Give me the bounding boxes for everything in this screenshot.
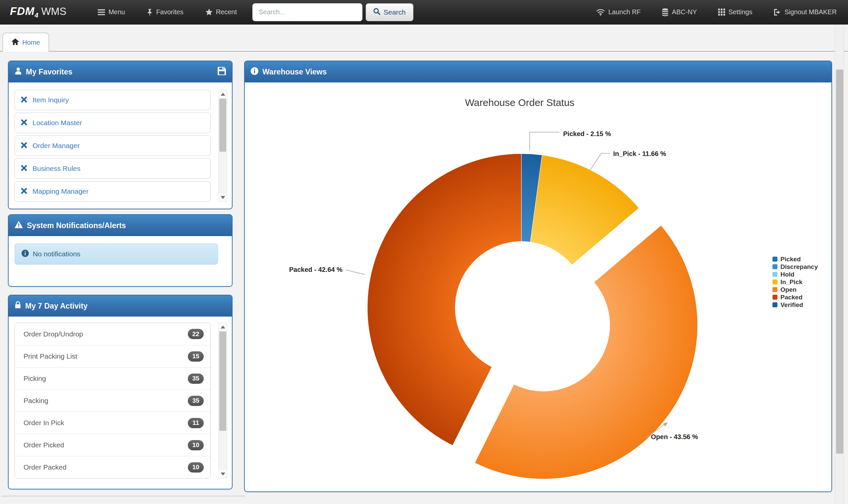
activity-panel: My 7 Day Activity Order Drop/Undrop22Pri… xyxy=(8,295,232,489)
activity-row: Packing35 xyxy=(15,390,210,412)
activity-row: Picking35 xyxy=(15,367,210,390)
legend-marker xyxy=(773,295,777,300)
menu-label: Menu xyxy=(108,8,125,16)
favorite-item[interactable]: Order Manager xyxy=(15,136,211,156)
activity-count-badge: 22 xyxy=(188,329,204,339)
signout-button[interactable]: Signout MBAKER xyxy=(774,8,837,16)
scroll-up-button[interactable] xyxy=(219,90,227,98)
search-input[interactable] xyxy=(252,3,363,21)
favorite-item[interactable]: Business Rules xyxy=(15,158,211,179)
scroll-up-button[interactable] xyxy=(219,323,227,331)
warehouse-label: ABC-NY xyxy=(672,8,697,16)
favorite-item-label: Business Rules xyxy=(33,165,81,173)
activity-count-badge: 11 xyxy=(188,418,204,428)
favorites-panel: My Favorites Item InquiryLocation Master… xyxy=(8,60,232,209)
chart-legend: PickedDiscrepancyHoldIn_PickOpenPackedVe… xyxy=(773,255,818,309)
legend-item-Verified[interactable]: Verified xyxy=(773,301,818,309)
slice-label-Open: Open - 43.56 % xyxy=(651,433,698,440)
favorite-item[interactable]: Item Inquiry xyxy=(15,90,211,110)
legend-marker xyxy=(773,257,777,262)
brand-logo[interactable]: FDM4 WMS xyxy=(10,5,66,19)
scrollbar-thumb[interactable] xyxy=(219,99,226,152)
remove-favorite-icon[interactable] xyxy=(21,142,27,150)
user-icon xyxy=(15,67,22,76)
save-icon[interactable] xyxy=(218,67,226,77)
favorites-button[interactable]: Favorites xyxy=(147,8,183,16)
activity-row-label: Order Packed xyxy=(23,463,67,471)
search-button[interactable]: Search xyxy=(366,3,413,21)
launch-rf-label: Launch RF xyxy=(608,8,641,16)
slice-label-Picked: Picked - 2.15 % xyxy=(563,130,611,138)
legend-item-Packed[interactable]: Packed xyxy=(773,293,818,301)
brand-fdm: FDM4 xyxy=(10,5,39,19)
legend-item-Open[interactable]: Open xyxy=(773,286,818,293)
page-scrollbar xyxy=(835,25,844,504)
legend-label: Discrepancy xyxy=(780,263,818,271)
warehouse-selector[interactable]: ABC-NY xyxy=(662,8,697,16)
database-icon xyxy=(662,8,669,16)
info-icon xyxy=(21,250,29,259)
slice-Packed[interactable] xyxy=(367,154,522,445)
favorites-label: Favorites xyxy=(156,8,183,16)
scroll-down-button[interactable] xyxy=(219,193,227,201)
legend-label: In_Pick xyxy=(780,278,802,286)
legend-item-Hold[interactable]: Hold xyxy=(773,271,818,278)
lock-icon xyxy=(15,301,21,311)
remove-favorite-icon[interactable] xyxy=(21,188,27,195)
activity-list: Order Drop/Undrop22Print Packing List15P… xyxy=(15,323,211,479)
home-icon xyxy=(12,38,19,47)
legend-item-Discrepancy[interactable]: Discrepancy xyxy=(773,263,818,271)
legend-marker xyxy=(773,264,777,269)
activity-count-badge: 15 xyxy=(188,352,204,362)
no-notifications-text: No notifications xyxy=(33,250,81,258)
no-notifications-alert: No notifications xyxy=(15,244,218,265)
notifications-panel-body: No notifications xyxy=(8,236,232,287)
slice-Open[interactable] xyxy=(475,226,697,479)
settings-label: Settings xyxy=(728,8,752,16)
remove-favorite-icon[interactable] xyxy=(21,96,27,104)
notifications-panel-header: System Notifications/Alerts xyxy=(8,215,232,236)
activity-panel-body: Order Drop/Undrop22Print Packing List15P… xyxy=(8,317,232,489)
scrollbar-thumb[interactable] xyxy=(219,331,226,431)
favorites-panel-body: Item InquiryLocation MasterOrder Manager… xyxy=(8,83,232,209)
favorite-item[interactable]: Mapping Manager xyxy=(15,181,211,202)
tab-home[interactable]: Home xyxy=(3,33,49,52)
scroll-up-icon xyxy=(220,93,225,96)
tab-home-label: Home xyxy=(22,39,40,47)
legend-marker xyxy=(773,272,777,277)
legend-item-Picked[interactable]: Picked xyxy=(773,255,818,263)
label-connector xyxy=(590,153,610,171)
scroll-down-button[interactable] xyxy=(219,470,227,478)
remove-favorite-icon[interactable] xyxy=(21,165,27,173)
favorite-item[interactable]: Location Master xyxy=(15,113,211,133)
settings-button[interactable]: Settings xyxy=(718,8,752,16)
activity-row: Order Packed10 xyxy=(15,456,210,478)
label-connector xyxy=(346,270,365,274)
top-navbar: FDM4 WMS Menu Favorites Recent xyxy=(0,0,848,24)
slice-In_Pick[interactable] xyxy=(530,155,639,265)
recent-button[interactable]: Recent xyxy=(205,8,237,16)
menu-icon xyxy=(98,9,105,15)
page-scrollbar-thumb[interactable] xyxy=(836,70,843,454)
activity-count-badge: 10 xyxy=(188,462,204,472)
legend-marker xyxy=(773,287,777,292)
menu-button[interactable]: Menu xyxy=(98,8,125,16)
legend-item-In_Pick[interactable]: In_Pick xyxy=(773,278,818,286)
legend-label: Picked xyxy=(780,255,801,263)
brand-wms: WMS xyxy=(41,6,67,18)
activity-panel-title: My 7 Day Activity xyxy=(25,302,87,311)
notifications-panel: System Notifications/Alerts No notificat… xyxy=(8,214,232,287)
legend-label: Open xyxy=(780,286,797,293)
remove-favorite-icon[interactable] xyxy=(21,119,27,127)
activity-row-label: Picking xyxy=(23,375,46,382)
launch-rf-button[interactable]: Launch RF xyxy=(596,8,641,16)
wifi-icon xyxy=(596,9,605,16)
activity-scrollbar xyxy=(218,323,227,478)
favorite-item-label: Item Inquiry xyxy=(33,96,69,104)
favorites-scrollbar xyxy=(218,90,227,202)
activity-row: Print Packing List15 xyxy=(15,345,210,367)
warehouse-views-panel: Warehouse Views Warehouse Order Status P… xyxy=(244,60,832,492)
pin-icon xyxy=(147,8,153,16)
activity-count-badge: 10 xyxy=(188,440,204,450)
notifications-panel-title: System Notifications/Alerts xyxy=(27,221,126,230)
